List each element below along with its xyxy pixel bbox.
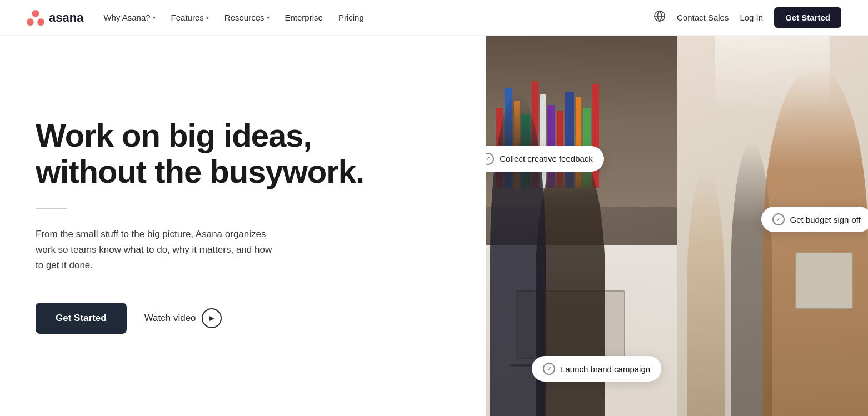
task-chip-budget: ✓ Get budget sign-off: [761, 207, 868, 232]
nav-resources[interactable]: Resources ▾: [225, 13, 270, 22]
nav-features[interactable]: Features ▾: [171, 13, 209, 22]
watch-video-button[interactable]: Watch video ▶: [144, 308, 222, 328]
task-chip-collect: ✓ Collect creative feedback: [486, 146, 604, 172]
check-icon: ✓: [486, 153, 495, 165]
hero-divider: [36, 208, 67, 209]
language-selector[interactable]: [654, 10, 666, 25]
chevron-down-icon: ▾: [267, 14, 270, 21]
logo-text: asana: [49, 11, 83, 25]
svg-point-1: [27, 18, 34, 26]
hero-title: Work on big ideas, without the busywork.: [36, 118, 451, 190]
hero-left: Work on big ideas, without the busywork.…: [0, 36, 486, 416]
nav-links: Why Asana? ▾ Features ▾ Resources ▾ Ente…: [103, 13, 363, 22]
nav-right: Contact Sales Log In Get Started: [654, 7, 841, 28]
main-container: Work on big ideas, without the busywork.…: [0, 36, 868, 416]
login-link[interactable]: Log In: [740, 13, 763, 22]
navbar: asana Why Asana? ▾ Features ▾ Resources …: [0, 0, 868, 36]
watch-video-label: Watch video: [144, 313, 196, 324]
hero-actions: Get Started Watch video ▶: [36, 303, 451, 334]
chevron-down-icon: ▾: [206, 14, 209, 21]
check-icon: ✓: [543, 363, 555, 375]
hero-description: From the small stuff to the big picture,…: [36, 227, 280, 273]
chevron-down-icon: ▾: [153, 14, 156, 21]
check-icon: ✓: [772, 213, 785, 225]
play-circle-icon: ▶: [202, 308, 222, 328]
globe-icon: [654, 10, 666, 22]
nav-enterprise[interactable]: Enterprise: [285, 13, 323, 22]
get-started-nav-button[interactable]: Get Started: [774, 7, 841, 28]
svg-point-2: [37, 18, 44, 26]
contact-sales-link[interactable]: Contact Sales: [677, 13, 729, 22]
nav-pricing[interactable]: Pricing: [338, 13, 364, 22]
task-chip-launch: ✓ Launch brand campaign: [532, 356, 661, 382]
hero-right: ✓ Collect creative feedback ✓ Get budget…: [486, 36, 868, 416]
hero-get-started-button[interactable]: Get Started: [36, 303, 127, 334]
nav-left: asana Why Asana? ▾ Features ▾ Resources …: [27, 10, 364, 26]
logo-link[interactable]: asana: [27, 10, 83, 26]
asana-logo-icon: [27, 10, 44, 26]
nav-why-asana[interactable]: Why Asana? ▾: [103, 13, 155, 22]
svg-point-0: [32, 10, 39, 17]
